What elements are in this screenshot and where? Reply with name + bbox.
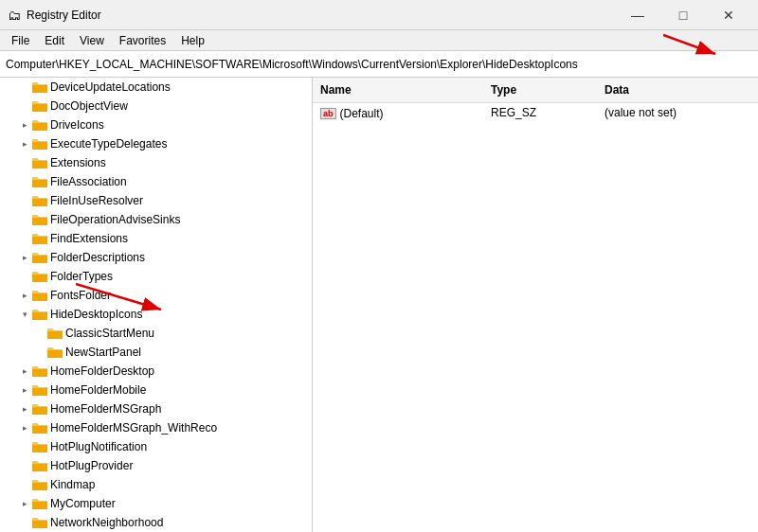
menu-file[interactable]: File bbox=[4, 32, 37, 49]
tree-item[interactable]: Kindmap bbox=[0, 475, 312, 494]
tree-item[interactable]: HotPlugNotification bbox=[0, 437, 312, 456]
tree-label: NewStartPanel bbox=[65, 346, 141, 359]
folder-icon bbox=[32, 459, 47, 472]
folder-icon bbox=[32, 118, 47, 132]
tree-item[interactable]: MyComputer bbox=[0, 494, 312, 513]
col-header-data: Data bbox=[597, 81, 758, 98]
tree-label: FileOperationAdviseSinks bbox=[50, 213, 180, 226]
tree-expander[interactable] bbox=[17, 364, 32, 379]
details-panel: Name Type Data ab (Default) REG_SZ(value… bbox=[313, 78, 758, 532]
maximize-button[interactable]: □ bbox=[661, 0, 705, 30]
tree-item[interactable]: Extensions bbox=[0, 153, 312, 172]
folder-icon bbox=[32, 516, 47, 529]
tree-item[interactable]: FindExtensions bbox=[0, 229, 312, 248]
details-data-cell: (value not set) bbox=[597, 106, 758, 119]
col-header-type: Type bbox=[483, 81, 597, 98]
tree-item[interactable]: FolderDescriptions bbox=[0, 248, 312, 267]
tree-expander[interactable] bbox=[17, 307, 32, 322]
tree-label: DeviceUpdateLocations bbox=[50, 80, 171, 94]
tree-item[interactable]: ExecuteTypeDelegates bbox=[0, 134, 312, 153]
tree-item[interactable]: FolderTypes bbox=[0, 267, 312, 286]
tree-item[interactable]: HomeFolderMSGraph_WithReco bbox=[0, 418, 312, 437]
details-type-cell: REG_SZ bbox=[483, 106, 597, 119]
menu-view[interactable]: View bbox=[72, 32, 112, 49]
tree-expander[interactable] bbox=[17, 382, 32, 398]
folder-icon bbox=[32, 402, 47, 416]
tree-item[interactable]: HotPlugProvider bbox=[0, 456, 312, 475]
tree-item[interactable]: FileAssociation bbox=[0, 172, 312, 191]
tree-expander[interactable] bbox=[17, 401, 32, 417]
tree-label: FindExtensions bbox=[50, 232, 128, 245]
menu-help[interactable]: Help bbox=[173, 32, 212, 49]
folder-icon bbox=[47, 327, 63, 340]
tree-expander[interactable] bbox=[17, 288, 32, 303]
tree-label: FolderTypes bbox=[50, 270, 113, 283]
tree-label: FileAssociation bbox=[50, 175, 127, 188]
tree-item[interactable]: FileOperationAdviseSinks bbox=[0, 210, 312, 229]
title-bar: 🗂 Registry Editor — □ ✕ bbox=[0, 0, 758, 30]
folder-icon bbox=[32, 497, 47, 510]
tree-label: FileInUseResolver bbox=[50, 194, 143, 207]
col-header-name: Name bbox=[313, 81, 483, 98]
main-content: DeviceUpdateLocations DocObjectView Driv… bbox=[0, 78, 758, 532]
tree-item[interactable]: FontsFolder bbox=[0, 286, 312, 305]
close-button[interactable]: ✕ bbox=[707, 0, 750, 30]
folder-icon bbox=[32, 232, 47, 245]
tree-label: ExecuteTypeDelegates bbox=[50, 137, 167, 151]
tree-item[interactable]: DriveIcons bbox=[0, 115, 312, 134]
tree-label: ClassicStartMenu bbox=[65, 327, 154, 340]
folder-icon bbox=[32, 478, 47, 491]
tree-label: HotPlugNotification bbox=[50, 440, 147, 453]
tree-label: DocObjectView bbox=[50, 99, 128, 113]
tree-expander[interactable] bbox=[17, 117, 32, 133]
tree-label: DriveIcons bbox=[50, 118, 104, 132]
tree-label: HomeFolderMSGraph_WithReco bbox=[50, 421, 217, 434]
details-header: Name Type Data bbox=[313, 78, 758, 103]
details-rows: ab (Default) REG_SZ(value not set) bbox=[313, 103, 758, 122]
tree-item[interactable]: FileInUseResolver bbox=[0, 191, 312, 210]
tree-item[interactable]: DeviceUpdateLocations bbox=[0, 78, 312, 97]
folder-icon bbox=[32, 251, 47, 264]
tree-panel[interactable]: DeviceUpdateLocations DocObjectView Driv… bbox=[0, 78, 313, 532]
tree-item[interactable]: DocObjectView bbox=[0, 97, 312, 115]
table-row[interactable]: ab (Default) REG_SZ(value not set) bbox=[313, 103, 758, 122]
folder-icon bbox=[32, 383, 47, 397]
folder-icon bbox=[32, 80, 47, 94]
tree-item[interactable]: HideDesktopIcons bbox=[0, 305, 312, 324]
folder-icon bbox=[32, 175, 47, 188]
folder-icon bbox=[32, 194, 47, 207]
tree-item[interactable]: ClassicStartMenu bbox=[0, 324, 312, 343]
tree-label: Kindmap bbox=[50, 478, 95, 491]
title-bar-controls: — □ ✕ bbox=[616, 0, 750, 30]
tree-expander[interactable] bbox=[17, 250, 32, 265]
app-icon: 🗂 bbox=[8, 8, 21, 23]
tree-item[interactable]: HomeFolderMobile bbox=[0, 381, 312, 399]
tree-label: HotPlugProvider bbox=[50, 459, 133, 472]
folder-icon bbox=[32, 421, 47, 434]
menu-favorites[interactable]: Favorites bbox=[112, 32, 173, 49]
folder-icon bbox=[32, 440, 47, 453]
menu-edit[interactable]: Edit bbox=[37, 32, 72, 49]
tree-label: HomeFolderMSGraph bbox=[50, 402, 161, 416]
tree-expander[interactable] bbox=[17, 496, 32, 511]
details-name-cell: ab (Default) bbox=[313, 106, 483, 120]
folder-icon bbox=[47, 346, 63, 359]
folder-icon bbox=[32, 364, 47, 378]
folder-icon bbox=[32, 308, 47, 321]
folder-icon bbox=[32, 270, 47, 283]
minimize-button[interactable]: — bbox=[616, 0, 659, 30]
tree-expander[interactable] bbox=[17, 420, 32, 435]
folder-icon bbox=[32, 137, 47, 151]
tree-expander[interactable] bbox=[17, 136, 32, 151]
tree-label: HomeFolderMobile bbox=[50, 383, 146, 397]
tree-item[interactable]: NetworkNeighborhood bbox=[0, 513, 312, 532]
tree-label: HideDesktopIcons bbox=[50, 308, 142, 321]
tree-item[interactable]: HomeFolderMSGraph bbox=[0, 399, 312, 418]
tree-label: HomeFolderDesktop bbox=[50, 364, 154, 378]
tree-label: NetworkNeighborhood bbox=[50, 516, 163, 529]
tree-label: FontsFolder bbox=[50, 289, 111, 302]
folder-icon bbox=[32, 213, 47, 226]
tree-item[interactable]: HomeFolderDesktop bbox=[0, 362, 312, 381]
address-bar: Computer\HKEY_LOCAL_MACHINE\SOFTWARE\Mic… bbox=[0, 51, 758, 78]
tree-item[interactable]: NewStartPanel bbox=[0, 343, 312, 362]
